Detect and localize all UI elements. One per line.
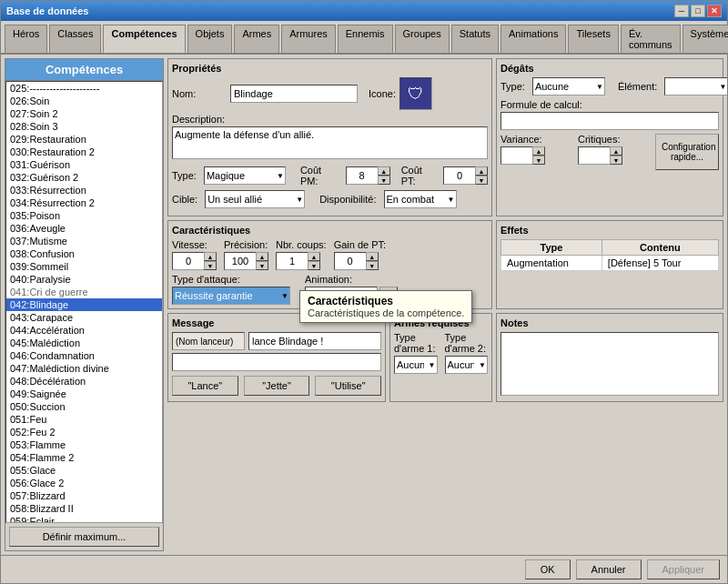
message-extra-input[interactable] bbox=[172, 353, 381, 371]
utilise-button[interactable]: "Utilise" bbox=[315, 376, 381, 396]
precision-down[interactable]: ▼ bbox=[256, 261, 268, 270]
precision-up[interactable]: ▲ bbox=[256, 252, 268, 261]
description-input[interactable]: Augmente la défense d'un allié. bbox=[172, 126, 488, 159]
jette-button[interactable]: "Jette" bbox=[244, 376, 310, 396]
skill-item[interactable]: 051:Feu bbox=[6, 413, 162, 426]
variance-input[interactable] bbox=[500, 146, 532, 165]
tab-groupes[interactable]: Groupes bbox=[395, 25, 450, 53]
skill-item[interactable]: 031:Guérison bbox=[6, 158, 162, 171]
skill-item[interactable]: 028:Soin 3 bbox=[6, 120, 162, 133]
damage-type-select[interactable]: Aucune PV PM PT bbox=[532, 77, 605, 96]
skill-item[interactable]: 029:Restauration bbox=[6, 133, 162, 146]
skill-item[interactable]: 039:Sommeil bbox=[6, 260, 162, 273]
tab-classes[interactable]: Classes bbox=[49, 25, 101, 53]
skill-item[interactable]: 035:Poison bbox=[6, 209, 162, 222]
tab-heros[interactable]: Héros bbox=[5, 25, 47, 53]
skill-item[interactable]: 043:Carapace bbox=[6, 311, 162, 324]
message-text-input[interactable] bbox=[248, 332, 381, 350]
skill-item[interactable]: 056:Glace 2 bbox=[6, 477, 162, 489]
effects-row[interactable]: Augmentation [Défense] 5 Tour bbox=[501, 256, 719, 271]
gain-pt-input[interactable] bbox=[334, 252, 366, 270]
variance-down[interactable]: ▼ bbox=[532, 156, 545, 165]
maximize-button[interactable]: □ bbox=[691, 5, 705, 17]
tab-systeme[interactable]: Système bbox=[682, 25, 728, 53]
skill-item[interactable]: 027:Soin 2 bbox=[6, 107, 162, 120]
skill-item[interactable]: 050:Succion bbox=[6, 400, 162, 413]
skill-item[interactable]: 033:Résurrection bbox=[6, 184, 162, 196]
skill-item[interactable]: 047:Malédiction divine bbox=[6, 362, 162, 375]
availability-select[interactable]: En combat Hors combat Toujours Jamais bbox=[384, 190, 457, 208]
cost-pt-up[interactable]: ▲ bbox=[475, 166, 488, 176]
tab-competences[interactable]: Compétences bbox=[103, 25, 185, 53]
skill-item[interactable]: 057:Blizzard bbox=[6, 489, 162, 502]
close-button[interactable]: ✕ bbox=[707, 5, 722, 17]
weapon1-select[interactable]: Aucun bbox=[394, 356, 438, 374]
skill-item[interactable]: 036:Aveugle bbox=[6, 222, 162, 235]
tab-ev-communs[interactable]: Év. communs bbox=[621, 25, 681, 53]
formula-input[interactable] bbox=[500, 112, 719, 130]
skill-item[interactable]: 025:--------------------- bbox=[6, 82, 162, 95]
hits-up[interactable]: ▲ bbox=[308, 252, 320, 261]
hits-input[interactable] bbox=[276, 252, 308, 270]
skill-item[interactable]: 048:Décélération bbox=[6, 375, 162, 388]
skill-item[interactable]: 037:Mutisme bbox=[6, 235, 162, 247]
skill-item[interactable]: 030:Restauration 2 bbox=[6, 146, 162, 158]
name-input[interactable] bbox=[230, 85, 358, 103]
speed-down[interactable]: ▼ bbox=[204, 261, 217, 270]
cost-pt-input[interactable] bbox=[443, 166, 475, 185]
cost-pt-down[interactable]: ▼ bbox=[475, 176, 488, 185]
skill-item[interactable]: 034:Résurrection 2 bbox=[6, 196, 162, 209]
skill-item[interactable]: 059:Eclair bbox=[6, 515, 162, 523]
cost-pm-down[interactable]: ▼ bbox=[378, 176, 390, 185]
type-select[interactable]: Magique Physique Spécial bbox=[204, 166, 286, 185]
skill-item[interactable]: 058:Blizzard II bbox=[6, 502, 162, 515]
ok-button[interactable]: OK bbox=[525, 559, 571, 579]
speed-input[interactable] bbox=[172, 252, 204, 270]
minimize-button[interactable]: ─ bbox=[674, 5, 689, 17]
gain-pt-down[interactable]: ▼ bbox=[366, 261, 379, 270]
tab-objets[interactable]: Objets bbox=[187, 25, 233, 53]
config-button[interactable]: Configuration rapide... bbox=[655, 134, 719, 170]
precision-input[interactable] bbox=[224, 252, 256, 270]
skill-item[interactable]: 038:Confusion bbox=[6, 247, 162, 260]
tab-ennemis[interactable]: Ennemis bbox=[338, 25, 393, 53]
skills-list[interactable]: 025:--------------------- 026:Soin 027:S… bbox=[5, 81, 163, 523]
define-max-button[interactable]: Définir maximum... bbox=[9, 527, 159, 547]
target-select[interactable]: Un seul allié Tous les alliés Un ennemi … bbox=[205, 190, 305, 208]
weapon2-select[interactable]: Aucun bbox=[445, 356, 489, 374]
skill-item[interactable]: 026:Soin bbox=[6, 95, 162, 107]
icon-box[interactable]: 🛡 bbox=[399, 77, 432, 110]
apply-button[interactable]: Appliquer bbox=[647, 559, 720, 579]
tab-animations[interactable]: Animations bbox=[500, 25, 566, 53]
skill-item[interactable]: 044:Accélération bbox=[6, 324, 162, 337]
critiques-up[interactable]: ▲ bbox=[610, 146, 622, 156]
speed-up[interactable]: ▲ bbox=[204, 252, 217, 261]
variance-up[interactable]: ▲ bbox=[532, 146, 545, 156]
gain-pt-up[interactable]: ▲ bbox=[366, 252, 379, 261]
critiques-input[interactable] bbox=[578, 146, 610, 165]
skill-item[interactable]: 040:Paralysie bbox=[6, 273, 162, 286]
cancel-button[interactable]: Annuler bbox=[576, 559, 642, 579]
element-select[interactable] bbox=[664, 77, 727, 96]
hits-down[interactable]: ▼ bbox=[308, 261, 320, 270]
lance-button[interactable]: "Lance" bbox=[172, 376, 238, 396]
tab-armures[interactable]: Armures bbox=[281, 25, 336, 53]
skill-item[interactable]: 046:Condamnation bbox=[6, 349, 162, 362]
attack-type-select[interactable]: Réussite garantie Normale Critique bbox=[172, 287, 290, 305]
skill-item-selected[interactable]: 042:Blindage bbox=[6, 298, 162, 311]
skill-item[interactable]: 053:Flamme bbox=[6, 438, 162, 451]
skill-item[interactable]: 052:Feu 2 bbox=[6, 426, 162, 438]
skill-item[interactable]: 054:Flamme 2 bbox=[6, 451, 162, 464]
cost-pm-input[interactable] bbox=[346, 166, 378, 185]
tab-armes[interactable]: Armes bbox=[234, 25, 279, 53]
skill-item[interactable]: 032:Guérison 2 bbox=[6, 171, 162, 184]
tab-statuts[interactable]: Statuts bbox=[451, 25, 499, 53]
notes-textarea[interactable] bbox=[500, 332, 719, 396]
skill-item[interactable]: 055:Glace bbox=[6, 464, 162, 477]
cost-pm-up[interactable]: ▲ bbox=[378, 166, 390, 176]
skill-item[interactable]: 041:Cri de guerre bbox=[6, 286, 162, 298]
critiques-down[interactable]: ▼ bbox=[610, 156, 622, 165]
skill-item[interactable]: 045:Malédiction bbox=[6, 337, 162, 349]
tab-tilesets[interactable]: Tilesets bbox=[568, 25, 619, 53]
skill-item[interactable]: 049:Saignée bbox=[6, 388, 162, 400]
